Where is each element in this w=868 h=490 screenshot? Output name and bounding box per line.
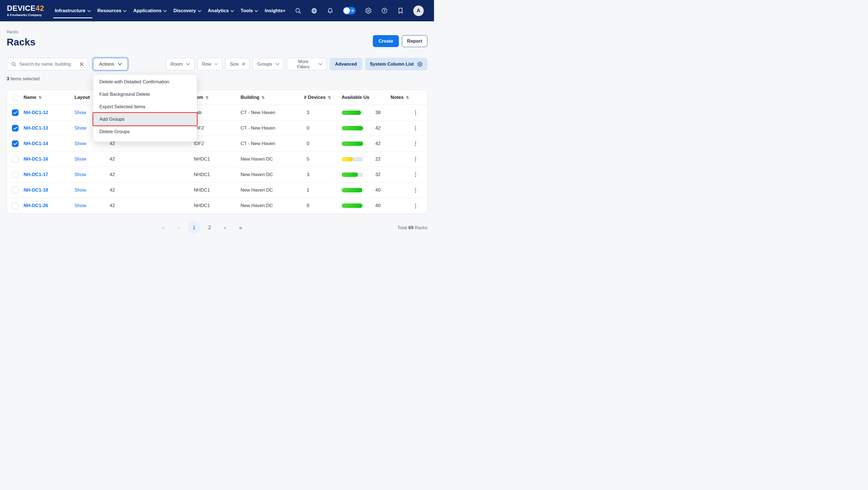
rack-name-link[interactable]: NH-DC1-26 bbox=[19, 203, 69, 209]
advanced-button[interactable]: Advanced bbox=[330, 58, 362, 70]
page-1-button[interactable]: 1 bbox=[188, 221, 200, 234]
row-kebab-menu-icon[interactable] bbox=[411, 109, 420, 116]
size-filter[interactable]: Size# bbox=[225, 58, 250, 70]
row-checkbox[interactable] bbox=[12, 140, 19, 147]
menu-item-delete-groups[interactable]: Delete Groups bbox=[93, 125, 197, 138]
user-avatar[interactable]: A bbox=[413, 5, 424, 16]
header-actions: Create Report bbox=[373, 35, 427, 47]
hash-icon: # bbox=[242, 61, 245, 67]
row-kebab-menu-icon[interactable] bbox=[411, 187, 420, 193]
menu-item-export-selected[interactable]: Export Selected Items bbox=[93, 100, 197, 113]
search-icon[interactable] bbox=[295, 7, 302, 14]
bookmark-icon[interactable] bbox=[397, 7, 404, 14]
room-filter[interactable]: Room bbox=[166, 58, 194, 70]
layout-show-link[interactable]: Show bbox=[69, 156, 104, 162]
help-icon[interactable]: ? bbox=[381, 7, 388, 14]
rack-name-link[interactable]: NH-DC1-18 bbox=[19, 187, 69, 193]
room-value: NHDC1 bbox=[185, 156, 236, 162]
column-header-notes[interactable]: Notes bbox=[385, 95, 427, 100]
size-value: 42 bbox=[104, 187, 185, 193]
available-units-bar bbox=[342, 157, 363, 161]
last-page-icon[interactable]: » bbox=[234, 221, 247, 234]
more-filters[interactable]: More Filters bbox=[287, 58, 327, 70]
building-value: CT - New Haven bbox=[236, 110, 299, 116]
table-header-row: Name Layout Size Room Building # Devices… bbox=[7, 90, 427, 105]
pagination: « ‹ 1 2 › » bbox=[157, 221, 247, 234]
row-kebab-menu-icon[interactable] bbox=[411, 171, 420, 178]
system-column-list-button[interactable]: System Column List bbox=[365, 58, 427, 70]
chevron-down-icon bbox=[215, 63, 218, 65]
size-value: 42 bbox=[104, 172, 185, 178]
toolbar-right: Room Row Size# Groups More Filters Advan… bbox=[166, 58, 427, 70]
devices-count: 0 bbox=[307, 203, 309, 208]
available-units-value: 32 bbox=[375, 172, 380, 178]
rack-name-link[interactable]: NH-DC1-17 bbox=[19, 172, 69, 178]
theme-toggle[interactable] bbox=[343, 7, 356, 14]
table-row: NH-DC1-13 Show 42 IDF2 CT - New Haven 0 … bbox=[7, 120, 427, 136]
column-header-name[interactable]: Name bbox=[19, 95, 69, 100]
available-units-bar bbox=[342, 173, 363, 177]
row-kebab-menu-icon[interactable] bbox=[411, 156, 420, 162]
layout-show-link[interactable]: Show bbox=[69, 203, 104, 209]
groups-filter[interactable]: Groups bbox=[252, 58, 284, 70]
row-kebab-menu-icon[interactable] bbox=[411, 140, 420, 147]
nav-item-insights[interactable]: Insights+ bbox=[264, 0, 286, 21]
page-2-button[interactable]: 2 bbox=[203, 221, 216, 234]
rack-name-link[interactable]: NH-DC1-14 bbox=[19, 141, 69, 147]
row-kebab-menu-icon[interactable] bbox=[411, 125, 420, 131]
row-filter[interactable]: Row bbox=[197, 58, 222, 70]
menu-item-delete-detailed[interactable]: Delete with Detailed Confirmation bbox=[93, 75, 197, 88]
clear-search-icon[interactable] bbox=[80, 62, 84, 66]
row-checkbox[interactable] bbox=[12, 125, 19, 131]
rack-name-link[interactable]: NH-DC1-13 bbox=[19, 125, 69, 131]
rack-name-link[interactable]: NH-DC1-12 bbox=[19, 110, 69, 116]
nav-item-tools[interactable]: Tools bbox=[240, 0, 258, 21]
select-all-checkbox[interactable] bbox=[12, 94, 19, 101]
search-input[interactable] bbox=[20, 61, 76, 67]
layout-show-link[interactable]: Show bbox=[69, 172, 104, 178]
building-value: New Haven DC bbox=[236, 156, 299, 162]
page-title: Racks bbox=[7, 36, 427, 48]
settings-gear-icon[interactable] bbox=[365, 7, 372, 14]
devices-count: 0 bbox=[307, 125, 309, 131]
nav-item-discovery[interactable]: Discovery bbox=[173, 0, 202, 21]
breadcrumb[interactable]: Racks bbox=[7, 29, 427, 34]
row-checkbox[interactable] bbox=[12, 156, 19, 162]
table-row: NH-DC1-14 Show 42 IDF2 CT - New Haven 0 … bbox=[7, 136, 427, 151]
chevron-down-icon bbox=[318, 63, 322, 65]
layout-show-link[interactable]: Show bbox=[69, 187, 104, 193]
create-button[interactable]: Create bbox=[373, 35, 399, 47]
column-header-building[interactable]: Building bbox=[236, 95, 299, 100]
devices-count: 3 bbox=[307, 110, 309, 115]
previous-page-icon[interactable]: ‹ bbox=[172, 221, 185, 234]
notifications-bell-icon[interactable] bbox=[327, 7, 334, 14]
available-units-bar bbox=[342, 111, 363, 115]
nav-item-applications[interactable]: Applications bbox=[132, 0, 167, 21]
actions-dropdown-button[interactable]: Actions bbox=[93, 58, 128, 70]
size-value: 42 bbox=[104, 203, 185, 209]
globe-icon[interactable] bbox=[311, 7, 317, 14]
row-checkbox[interactable] bbox=[12, 109, 19, 116]
device42-logo[interactable]: DEVICE42 A Freshworks Company bbox=[7, 5, 47, 17]
column-header-devices[interactable]: # Devices bbox=[299, 95, 337, 100]
chevron-down-icon bbox=[255, 10, 258, 12]
chevron-down-icon bbox=[198, 10, 201, 12]
next-page-icon[interactable]: › bbox=[219, 221, 231, 234]
row-checkbox[interactable] bbox=[12, 171, 19, 178]
report-button[interactable]: Report bbox=[402, 35, 427, 47]
nav-item-infrastructure[interactable]: Infrastructure bbox=[54, 0, 91, 21]
selection-status: 3 items selected bbox=[7, 76, 427, 82]
chevron-down-icon bbox=[118, 63, 122, 65]
nav-item-analytics[interactable]: Analytics bbox=[207, 0, 235, 21]
available-units-value: 40 bbox=[375, 203, 380, 209]
row-kebab-menu-icon[interactable] bbox=[411, 203, 420, 209]
first-page-icon[interactable]: « bbox=[157, 221, 169, 234]
row-checkbox[interactable] bbox=[12, 187, 19, 193]
row-checkbox[interactable] bbox=[12, 202, 19, 209]
nav-item-resources[interactable]: Resources bbox=[97, 0, 127, 21]
menu-item-add-groups[interactable]: Add Groups bbox=[93, 113, 197, 125]
available-units-bar bbox=[342, 204, 363, 208]
menu-item-fast-delete[interactable]: Fast Background Delete bbox=[93, 88, 197, 100]
rack-name-link[interactable]: NH-DC1-16 bbox=[19, 156, 69, 162]
table-row: NH-DC1-12 Show 42 Lab CT - New Haven 3 3… bbox=[7, 105, 427, 120]
